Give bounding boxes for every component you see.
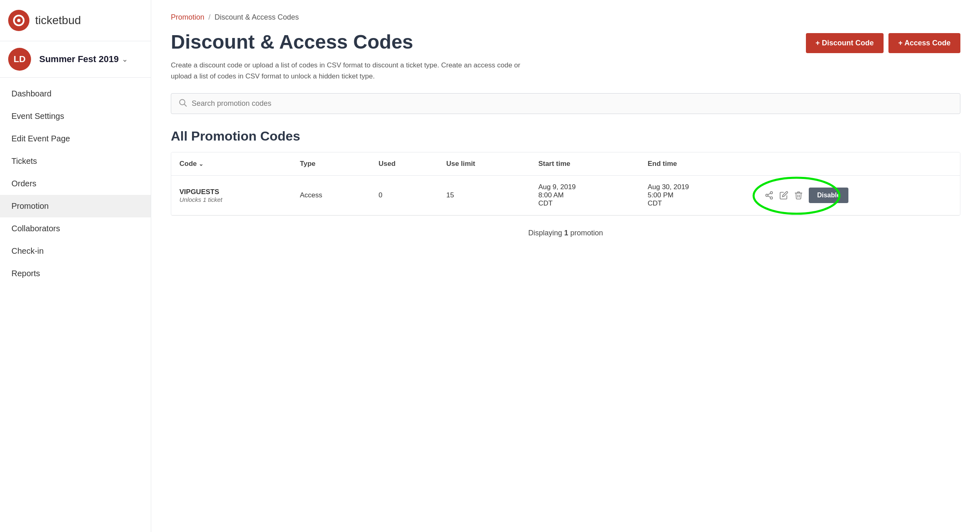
code-sub: Unlocks 1 ticket [179,196,284,203]
col-header-use-limit: Use limit [438,152,530,176]
table-row: VIPGUESTS Unlocks 1 ticket Access 0 15 A… [171,176,960,215]
cell-use-limit: 15 [438,176,530,215]
svg-line-9 [768,196,770,198]
page-description: Create a discount code or upload a list … [171,60,539,82]
sidebar-item-event-settings[interactable]: Event Settings [0,105,151,127]
promotion-codes-table: Code ⌄ Type Used Use limit Start time En… [171,152,960,216]
section-title: All Promotion Codes [171,129,960,144]
search-icon [179,98,187,109]
sidebar-item-reports[interactable]: Reports [0,262,151,285]
cell-used: 0 [370,176,438,215]
col-header-end-time: End time [640,152,757,176]
sidebar-item-collaborators[interactable]: Collaborators [0,217,151,240]
sidebar-item-edit-event-page[interactable]: Edit Event Page [0,127,151,150]
event-name: Summer Fest 2019 [39,54,119,65]
avatar: LD [8,48,31,71]
breadcrumb-parent[interactable]: Promotion [171,13,204,22]
svg-point-2 [17,19,20,22]
main-content: Promotion / Discount & Access Codes Disc… [151,0,980,532]
cell-code: VIPGUESTS Unlocks 1 ticket [171,176,292,215]
cell-actions: Disable [756,176,960,215]
code-main: VIPGUESTS [179,188,284,196]
search-bar [171,93,960,114]
sidebar-item-checkin[interactable]: Check-in [0,240,151,262]
share-icon[interactable] [765,191,774,200]
sidebar-item-promotion[interactable]: Promotion [0,195,151,217]
displaying-count-text: Displaying 1 promotion [171,226,960,241]
col-header-actions [756,152,960,176]
sidebar-nav: Dashboard Event Settings Edit Event Page… [0,78,151,290]
access-code-button[interactable]: + Access Code [888,33,960,53]
delete-icon[interactable] [794,191,803,200]
breadcrumb: Promotion / Discount & Access Codes [171,13,960,22]
discount-code-button[interactable]: + Discount Code [806,33,884,53]
page-header: Discount & Access Codes + Discount Code … [171,31,960,53]
col-header-type: Type [292,152,371,176]
ticketbud-logo-icon [8,10,29,31]
edit-icon[interactable] [779,191,788,200]
sidebar-item-orders[interactable]: Orders [0,172,151,195]
breadcrumb-current: Discount & Access Codes [215,13,299,22]
search-input[interactable] [192,99,953,108]
cell-type: Access [292,176,371,215]
svg-line-4 [184,104,186,106]
chevron-down-icon[interactable]: ⌄ [122,55,128,64]
sidebar-logo-header: ticketbud [0,0,151,41]
sidebar-user-section: LD Summer Fest 2019 ⌄ [0,41,151,78]
disable-button[interactable]: Disable [809,188,848,203]
page-title: Discount & Access Codes [171,31,413,53]
sidebar: ticketbud LD Summer Fest 2019 ⌄ Dashboar… [0,0,151,532]
header-buttons: + Discount Code + Access Code [806,33,960,53]
sidebar-item-tickets[interactable]: Tickets [0,150,151,172]
cell-start-time: Aug 9, 20198:00 AMCDT [530,176,640,215]
breadcrumb-separator: / [208,13,210,22]
col-header-code[interactable]: Code ⌄ [171,152,292,176]
col-header-used: Used [370,152,438,176]
sidebar-item-dashboard[interactable]: Dashboard [0,83,151,105]
cell-end-time: Aug 30, 20195:00 PMCDT [640,176,757,215]
app-name: ticketbud [35,14,81,27]
svg-line-10 [768,193,770,195]
col-header-start-time: Start time [530,152,640,176]
